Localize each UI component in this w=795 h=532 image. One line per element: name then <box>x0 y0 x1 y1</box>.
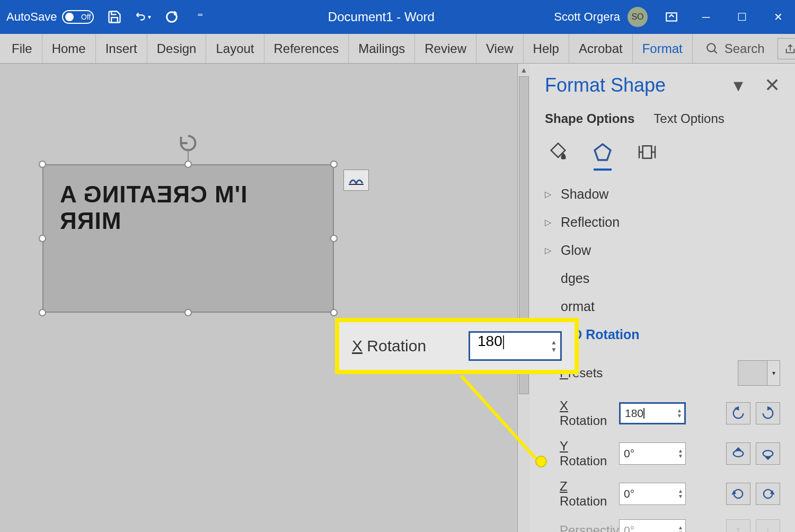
tab-design[interactable]: Design <box>147 34 207 63</box>
selected-textbox[interactable]: I'M CREATING A MIRR <box>42 164 334 313</box>
maximize-button[interactable]: ☐ <box>731 6 753 28</box>
perspective-down-button: ↓ <box>756 519 780 532</box>
qat-dropdown-icon[interactable]: ⁼ <box>192 9 208 25</box>
callout-input[interactable]: 180 ▲▼ <box>469 331 562 361</box>
callout-label: X Rotation <box>352 337 426 355</box>
resize-handle-ml[interactable] <box>39 235 46 242</box>
y-rotate-down-button[interactable] <box>756 442 780 465</box>
undo-icon[interactable]: ▾ <box>135 9 151 25</box>
ribbon-right-actions <box>778 38 795 59</box>
ribbon-display-icon[interactable] <box>664 9 679 25</box>
document-canvas[interactable]: I'M CREATING A MIRR X Rotation 180 ▲▼ <box>0 64 517 532</box>
svg-point-12 <box>763 450 773 457</box>
size-properties-icon[interactable] <box>634 139 660 165</box>
tab-text-options[interactable]: Text Options <box>653 111 724 126</box>
x-rotate-left-button[interactable] <box>726 402 750 424</box>
y-rotation-input[interactable]: 0°▲▼ <box>619 442 686 465</box>
x-rotation-input[interactable]: 180▲▼ <box>619 402 686 424</box>
panel-title-row: Format Shape ▾ ✕ <box>545 74 780 96</box>
search-label: Search <box>725 41 765 56</box>
tab-mailings[interactable]: Mailings <box>349 34 415 63</box>
window-controls: ─ ☐ ✕ <box>695 6 789 28</box>
tab-review[interactable]: Review <box>415 34 476 63</box>
effect-soft-edges[interactable]: ▷dges <box>545 264 780 292</box>
resize-handle-bl[interactable] <box>39 309 46 316</box>
ribbon-tabs: File Home Insert Design Layout Reference… <box>0 34 795 64</box>
tab-acrobat[interactable]: Acrobat <box>569 34 633 63</box>
z-rotate-ccw-button[interactable] <box>726 483 750 505</box>
user-avatar[interactable]: SO <box>628 7 648 27</box>
z-rotate-cw-button[interactable] <box>756 483 780 505</box>
fill-line-icon[interactable] <box>545 139 571 165</box>
perspective-row: Perspective 0°▲▼ ↑ ↓ <box>545 514 780 532</box>
panel-dropdown-icon[interactable]: ▾ <box>734 74 743 96</box>
effect-glow[interactable]: ▷Glow <box>545 236 780 264</box>
z-rotation-input[interactable]: 0°▲▼ <box>619 483 686 505</box>
document-title: Document1 - Word <box>208 10 554 24</box>
format-shape-panel: Format Shape ▾ ✕ Shape Options Text Opti… <box>530 64 795 532</box>
tab-home[interactable]: Home <box>42 34 96 63</box>
user-name: Scott Orgera <box>554 10 620 24</box>
tab-help[interactable]: Help <box>524 34 569 63</box>
svg-line-3 <box>714 50 717 53</box>
x-rotation-row: X Rotation 180▲▼ <box>545 393 780 433</box>
title-bar: AutoSave Off ▾ ⁼ Document1 - Word Scott … <box>0 0 795 34</box>
toggle-switch[interactable]: Off <box>62 10 94 24</box>
resize-handle-bm[interactable] <box>184 309 192 316</box>
search-icon <box>705 42 719 56</box>
redo-icon[interactable] <box>164 9 180 25</box>
spinner-buttons[interactable]: ▲▼ <box>551 339 557 353</box>
effect-3d-format[interactable]: ▷ormat <box>545 292 780 321</box>
tab-view[interactable]: View <box>476 34 524 63</box>
z-rotation-row: Z Rotation 0°▲▼ <box>545 474 780 514</box>
z-rotation-label: Z Rotation <box>545 479 614 509</box>
y-rotation-label: Y Rotation <box>545 439 614 468</box>
effect-reflection[interactable]: ▷Reflection <box>545 208 780 236</box>
effect-list: ▷Shadow ▷Reflection ▷Glow ▷dges ▷ormat ◢… <box>545 180 780 349</box>
share-button[interactable] <box>778 38 795 59</box>
minimize-button[interactable]: ─ <box>695 6 717 28</box>
svg-rect-6 <box>643 146 652 158</box>
vertical-scrollbar[interactable] <box>517 64 530 532</box>
effects-icon[interactable] <box>589 139 616 165</box>
save-icon[interactable] <box>107 9 122 25</box>
y-rotate-up-button[interactable] <box>726 442 750 465</box>
callout-leader-dot <box>535 456 547 467</box>
layout-options-button[interactable] <box>343 170 369 191</box>
callout-highlight: X Rotation 180 ▲▼ <box>335 318 579 374</box>
effect-3d-rotation[interactable]: ◢3-D Rotation <box>545 321 780 349</box>
perspective-input: 0°▲▼ <box>619 519 686 532</box>
tab-references[interactable]: References <box>264 34 349 63</box>
autosave-toggle[interactable]: AutoSave Off <box>6 10 94 24</box>
main-area: I'M CREATING A MIRR X Rotation 180 ▲▼ Fo… <box>0 64 795 532</box>
panel-title: Format Shape <box>545 74 666 96</box>
autosave-label: AutoSave <box>6 10 57 24</box>
perspective-up-button: ↑ <box>726 519 750 532</box>
user-section[interactable]: Scott Orgera SO <box>554 7 648 27</box>
svg-marker-5 <box>595 144 611 160</box>
resize-handle-mr[interactable] <box>330 235 338 242</box>
preset-dropdown[interactable]: ▾ <box>767 360 780 386</box>
layout-options-icon <box>348 174 365 187</box>
tab-layout[interactable]: Layout <box>206 34 264 63</box>
x-rotation-label: X Rotation <box>545 398 614 428</box>
y-rotation-row: Y Rotation 0°▲▼ <box>545 433 780 474</box>
effect-shadow[interactable]: ▷Shadow <box>545 180 780 208</box>
tab-insert[interactable]: Insert <box>96 34 147 63</box>
text-cursor <box>503 335 504 349</box>
textbox-text: I'M CREATING A MIRR <box>43 165 333 234</box>
x-rotate-right-button[interactable] <box>756 402 780 424</box>
panel-tabs: Shape Options Text Options <box>545 111 780 126</box>
search-box[interactable]: Search <box>693 41 778 56</box>
close-button[interactable]: ✕ <box>767 6 789 28</box>
preset-preview[interactable] <box>738 360 767 386</box>
svg-point-11 <box>734 450 744 457</box>
tab-shape-options[interactable]: Shape Options <box>545 111 634 126</box>
tab-format[interactable]: Format <box>633 34 693 63</box>
resize-handle-br[interactable] <box>330 309 338 316</box>
panel-category-icons <box>545 139 780 165</box>
panel-close-icon[interactable]: ✕ <box>764 74 780 96</box>
presets-row: PPresetsresets ▾ <box>545 353 780 393</box>
perspective-label: Perspective <box>545 523 614 532</box>
tab-file[interactable]: File <box>2 34 42 63</box>
